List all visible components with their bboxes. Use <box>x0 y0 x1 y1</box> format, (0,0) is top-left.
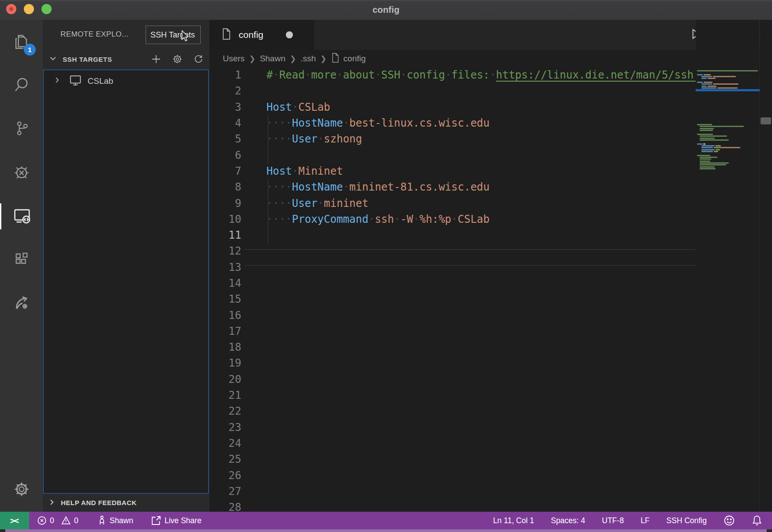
tree-item-label: CSLab <box>88 76 113 86</box>
refresh-icon[interactable] <box>193 53 204 65</box>
code-line[interactable]: 5····User·szhong <box>210 131 696 147</box>
editor-group: config ⋯ Users ❯ Shawn ❯ .ssh ❯ <box>210 20 772 512</box>
minimap[interactable] <box>696 20 760 512</box>
tree-item-cslab[interactable]: CSLab <box>44 72 208 90</box>
code-line[interactable]: 1#·Read·more·about·SSH·config·files:·htt… <box>210 67 696 83</box>
code-line[interactable]: 20 <box>210 371 696 387</box>
error-icon <box>37 516 47 525</box>
encoding-status[interactable]: UTF-8 <box>602 516 624 525</box>
sidebar-item-extensions[interactable] <box>0 238 43 282</box>
warning-icon <box>61 516 71 525</box>
code-line[interactable]: 11 <box>210 227 696 243</box>
sidebar-item-source-control[interactable] <box>0 107 43 151</box>
code-line[interactable]: 17 <box>210 323 696 339</box>
remote-icon: >< <box>10 516 18 525</box>
share-icon <box>151 515 161 526</box>
chevron-down-icon <box>49 54 57 64</box>
sidebar-item-remote-explorer[interactable] <box>0 195 43 238</box>
manage-button[interactable] <box>0 475 43 506</box>
code-line[interactable]: 28 <box>210 499 696 512</box>
file-icon <box>221 28 232 42</box>
sidebar-item-run-debug[interactable] <box>0 151 43 195</box>
feedback-smiley-button[interactable] <box>723 515 735 526</box>
code-line[interactable]: 21 <box>210 387 696 403</box>
extensions-icon <box>12 250 31 270</box>
code-line[interactable]: 8····HostName·mininet-81.cs.wisc.edu <box>210 179 696 195</box>
vscode-window: config 1 <box>0 0 772 532</box>
tab-config[interactable]: config <box>210 20 314 50</box>
vertical-scrollbar[interactable] <box>760 20 772 512</box>
code-line[interactable]: 18 <box>210 339 696 355</box>
ssh-targets-section-header[interactable]: SSH TARGETS <box>43 49 210 70</box>
breadcrumb-users[interactable]: Users <box>223 54 245 64</box>
chevron-right-icon: ❯ <box>249 54 255 64</box>
remote-indicator[interactable]: >< <box>0 512 29 529</box>
chevron-right-icon: ❯ <box>320 54 326 64</box>
code-line[interactable]: 4····HostName·best-linux.cs.wisc.edu <box>210 115 696 131</box>
ssh-targets-tree: CSLab <box>43 70 209 494</box>
section-title: SSH TARGETS <box>63 56 112 63</box>
modified-dot-icon[interactable] <box>286 31 293 38</box>
code-line[interactable]: 19 <box>210 355 696 371</box>
search-icon <box>12 75 31 96</box>
code-line[interactable]: 13 <box>210 259 696 275</box>
sidebar-remote-explorer: REMOTE EXPLO... SSH Targets SSH TARGETS <box>43 20 210 512</box>
remote-view-selector[interactable]: SSH Targets <box>146 26 201 44</box>
titlebar: config <box>0 0 772 20</box>
status-bar: >< 0 0 <box>0 512 772 529</box>
scrollbar-slider[interactable] <box>761 117 771 124</box>
code-line[interactable]: 16 <box>210 307 696 323</box>
code-line[interactable]: 24 <box>210 435 696 451</box>
remote-explorer-icon <box>11 206 32 228</box>
breadcrumb-ssh[interactable]: .ssh <box>300 54 316 64</box>
code-line[interactable]: 3Host·CSLab <box>210 99 696 115</box>
person-icon <box>97 515 106 526</box>
eol-status[interactable]: LF <box>641 516 649 525</box>
vm-monitor-icon <box>69 74 82 89</box>
breadcrumb-config[interactable]: config <box>343 54 366 64</box>
chevron-right-icon <box>48 498 56 507</box>
zoom-button[interactable] <box>41 4 52 14</box>
chevron-right-icon: ❯ <box>290 54 296 64</box>
user-status[interactable]: Shawn <box>97 515 133 526</box>
code-line[interactable]: 10····ProxyCommand·ssh·-W·%h:%p·CSLab <box>210 211 696 227</box>
code-line[interactable]: 7Host·Mininet <box>210 163 696 179</box>
code-line[interactable]: 25 <box>210 451 696 467</box>
code-line[interactable]: 12 <box>210 243 696 259</box>
debug-icon <box>12 162 31 184</box>
close-button[interactable] <box>6 4 16 14</box>
code-editor[interactable]: 1#·Read·more·about·SSH·config·files:·htt… <box>210 67 696 512</box>
add-ssh-target-button[interactable] <box>150 53 162 65</box>
sidebar-item-explorer[interactable]: 1 <box>0 20 43 64</box>
code-line[interactable]: 27 <box>210 483 696 499</box>
problems-status[interactable]: 0 0 <box>37 516 78 525</box>
gear-icon <box>12 480 31 500</box>
indentation-status[interactable]: Spaces: 4 <box>551 516 585 525</box>
code-line[interactable]: 6 <box>210 147 696 163</box>
pane-title: REMOTE EXPLO... <box>60 30 128 39</box>
sidebar-item-search[interactable] <box>0 64 43 107</box>
file-icon <box>329 52 341 65</box>
window-title: config <box>372 5 399 15</box>
breadcrumb-shawn[interactable]: Shawn <box>260 54 285 64</box>
tab-label: config <box>239 30 263 40</box>
minimize-button[interactable] <box>24 4 34 14</box>
code-line[interactable]: 26 <box>210 467 696 483</box>
code-line[interactable]: 15 <box>210 291 696 307</box>
activity-bar: 1 <box>0 20 43 512</box>
live-share-status[interactable]: Live Share <box>151 515 202 526</box>
language-mode-status[interactable]: SSH Config <box>667 516 707 525</box>
window-bottom-edge <box>0 529 772 532</box>
notifications-bell-button[interactable] <box>752 515 762 526</box>
breadcrumb: Users ❯ Shawn ❯ .ssh ❯ config <box>210 50 772 67</box>
code-line[interactable]: 22 <box>210 403 696 419</box>
code-line[interactable]: 2 <box>210 83 696 99</box>
code-line[interactable]: 23 <box>210 420 696 435</box>
cursor-position-status[interactable]: Ln 11, Col 1 <box>493 516 534 525</box>
configure-gear-icon[interactable] <box>172 53 183 65</box>
code-line[interactable]: 9····User·mininet <box>210 195 696 211</box>
help-and-feedback-section[interactable]: HELP AND FEEDBACK <box>43 494 210 512</box>
traffic-lights <box>6 4 52 14</box>
code-line[interactable]: 14 <box>210 275 696 291</box>
sidebar-item-live-share[interactable] <box>0 282 43 326</box>
